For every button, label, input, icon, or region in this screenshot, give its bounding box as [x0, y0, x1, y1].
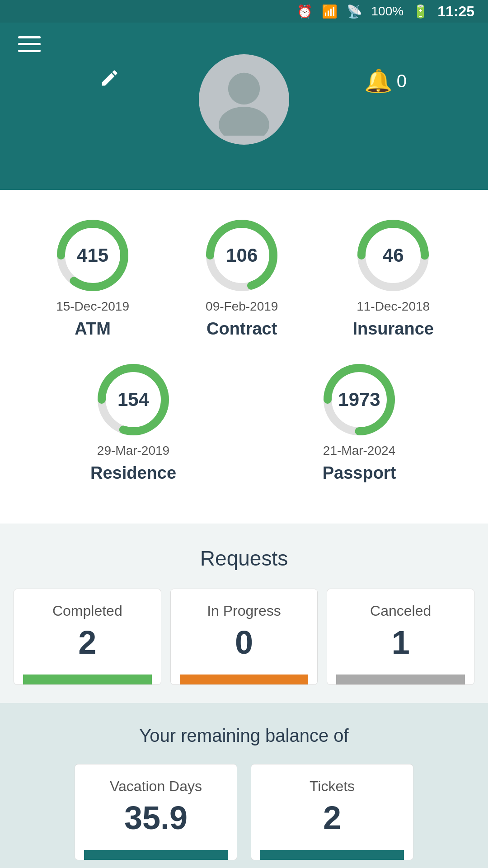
- notification-count: 0: [397, 71, 407, 91]
- request-label: Completed: [52, 603, 122, 619]
- donut-ring: 46: [355, 217, 432, 294]
- document-card[interactable]: 415 15-Dec-2019 ATM: [54, 217, 131, 339]
- balance-section: Your remaining balance of Vacation Days …: [0, 703, 488, 868]
- request-label: In Progress: [207, 603, 281, 619]
- donut-value: 154: [117, 389, 149, 410]
- avatar[interactable]: [199, 54, 289, 145]
- document-card[interactable]: 46 11-Dec-2018 Insurance: [352, 217, 434, 339]
- time-display: 11:25: [437, 3, 474, 20]
- requests-section: Requests Completed 2 In Progress 0 Cance…: [0, 524, 488, 703]
- alarm-icon: ⏰: [297, 4, 313, 19]
- documents-section: 415 15-Dec-2019 ATM 106 09-Feb-2019 Cont…: [0, 190, 488, 524]
- requests-title: Requests: [14, 546, 474, 571]
- balance-card[interactable]: Tickets 2: [251, 764, 413, 860]
- svg-point-0: [228, 73, 260, 104]
- documents-row-2: 154 29-Mar-2019 Residence 1973 21-Mar-20…: [18, 361, 470, 483]
- svg-point-1: [219, 107, 269, 136]
- document-card[interactable]: 106 09-Feb-2019 Contract: [203, 217, 280, 339]
- request-label: Canceled: [370, 603, 431, 619]
- profile-header: 🔔 0: [0, 23, 488, 190]
- donut-ring: 106: [203, 217, 280, 294]
- balance-card-bar: [260, 850, 404, 860]
- battery-icon: 🔋: [413, 4, 428, 19]
- requests-cards: Completed 2 In Progress 0 Canceled 1: [14, 589, 474, 685]
- signal-icon: 📡: [347, 4, 362, 19]
- status-bar: ⏰ 📶 📡 100% 🔋 11:25: [0, 0, 488, 23]
- balance-card-value: 35.9: [124, 799, 188, 836]
- doc-date: 11-Dec-2018: [357, 299, 430, 314]
- request-value: 2: [78, 624, 96, 661]
- donut-value: 415: [77, 245, 108, 266]
- doc-date: 15-Dec-2019: [56, 299, 129, 314]
- request-card[interactable]: In Progress 0: [170, 589, 318, 685]
- balance-card-bar: [84, 850, 228, 860]
- doc-date: 09-Feb-2019: [206, 299, 278, 314]
- doc-label: Insurance: [352, 319, 434, 339]
- avatar-container: [199, 54, 289, 145]
- documents-row-1: 415 15-Dec-2019 ATM 106 09-Feb-2019 Cont…: [18, 217, 470, 339]
- request-bar: [336, 675, 465, 684]
- doc-date: 21-Mar-2024: [323, 443, 395, 458]
- balance-card-label: Tickets: [310, 778, 355, 795]
- document-card[interactable]: 1973 21-Mar-2024 Passport: [321, 361, 398, 483]
- doc-date: 29-Mar-2019: [97, 443, 169, 458]
- request-card[interactable]: Canceled 1: [327, 589, 474, 685]
- hamburger-menu[interactable]: [18, 36, 41, 52]
- balance-title: Your remaining balance of: [27, 726, 461, 746]
- request-bar: [180, 675, 309, 684]
- doc-label: Contract: [206, 319, 277, 339]
- balance-cards: Vacation Days 35.9 Tickets 2: [27, 764, 461, 860]
- donut-value: 46: [383, 245, 404, 266]
- wifi-icon: 📶: [322, 4, 338, 19]
- donut-ring: 415: [54, 217, 131, 294]
- donut-value: 1973: [338, 389, 380, 410]
- doc-label: Passport: [323, 463, 396, 483]
- balance-card-label: Vacation Days: [110, 778, 202, 795]
- donut-ring: 154: [95, 361, 172, 438]
- request-value: 0: [235, 624, 253, 661]
- request-value: 1: [392, 624, 410, 661]
- request-bar: [23, 675, 152, 684]
- doc-label: ATM: [75, 319, 111, 339]
- battery-text: 100%: [371, 4, 404, 19]
- doc-label: Residence: [90, 463, 176, 483]
- edit-profile-icon[interactable]: [99, 68, 120, 92]
- balance-card[interactable]: Vacation Days 35.9: [75, 764, 237, 860]
- request-card[interactable]: Completed 2: [14, 589, 161, 685]
- donut-value: 106: [226, 245, 258, 266]
- document-card[interactable]: 154 29-Mar-2019 Residence: [90, 361, 176, 483]
- bell-icon: 🔔: [364, 68, 392, 94]
- donut-ring: 1973: [321, 361, 398, 438]
- balance-card-value: 2: [323, 799, 341, 836]
- notification-area[interactable]: 🔔 0: [364, 68, 407, 94]
